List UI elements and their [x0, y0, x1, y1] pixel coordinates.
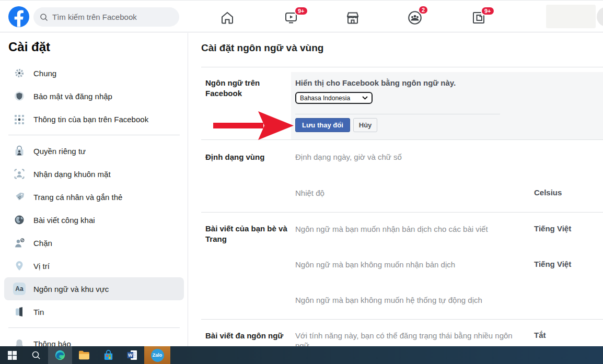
language-section-label: Ngôn ngữ trên Facebook [205, 78, 292, 99]
sidebar-item-stories[interactable]: Tin [4, 300, 184, 323]
groups-badge: 2 [418, 5, 428, 15]
home-icon [219, 10, 235, 26]
bell-icon [13, 338, 26, 346]
sidebar-item-label: Ngôn ngữ và khu vực [33, 285, 109, 293]
svg-text:W: W [128, 353, 133, 358]
account-menu-button[interactable] [597, 7, 603, 27]
search-input[interactable]: Tìm kiếm trên Facebook [33, 7, 179, 27]
setting-row[interactable]: Ngôn ngữ mà bạn muốn nhận bản dịch cho c… [295, 224, 525, 234]
taskbar-word-button[interactable]: W [120, 346, 144, 364]
grid-icon [13, 113, 26, 125]
nav-marketplace[interactable] [340, 9, 365, 26]
sidebar-item-label: Thông tin của bạn trên Facebook [33, 115, 148, 124]
sidebar-divider [8, 327, 180, 328]
face-recognition-icon [13, 168, 26, 180]
posts-section-label: Bài viết của bạn bè và Trang [205, 224, 292, 244]
location-pin-icon [13, 260, 26, 272]
cancel-button[interactable]: Hủy [353, 118, 378, 132]
chevron-down-icon [362, 96, 368, 100]
sidebar-item-your-facebook-information[interactable]: Thông tin của bạn trên Facebook [4, 108, 184, 131]
sidebar-item-label: Chặn [33, 239, 52, 248]
page-title: Cài đặt ngôn ngữ và vùng [201, 42, 323, 54]
nav-home[interactable] [215, 9, 240, 26]
taskbar-zalo-button[interactable]: Zalo [144, 346, 170, 364]
settings-content: Cài đặt ngôn ngữ và vùng Ngôn ngữ trên F… [188, 33, 603, 346]
annotation-arrow-icon [213, 110, 295, 140]
language-select-value: Bahasa Indonesia [300, 95, 350, 102]
block-user-icon [13, 237, 26, 249]
edge-browser-icon [54, 349, 66, 361]
language-panel: Hiển thị cho Facebook bằng ngôn ngữ này.… [291, 72, 603, 140]
taskbar-file-explorer-button[interactable] [72, 346, 96, 364]
taskbar-edge-button[interactable] [48, 346, 72, 364]
panel-divider [295, 114, 500, 114]
gear-icon [13, 67, 26, 79]
setting-row[interactable]: Định dạng ngày, giờ và chữ số [295, 152, 525, 162]
sidebar-item-label: Nhận dạng khuôn mặt [33, 170, 111, 179]
windows-taskbar: W Zalo [0, 346, 603, 364]
sidebar-item-blocking[interactable]: Chặn [4, 231, 184, 254]
setting-row[interactable]: Nhiệt độ [295, 188, 525, 198]
privacy-lock-icon [13, 145, 26, 157]
gaming-badge: 9+ [481, 6, 495, 16]
setting-row[interactable]: Với tính năng này, bạn có thể đăng trạng… [295, 331, 525, 346]
top-nav-bar: Tìm kiếm trên Facebook [0, 0, 603, 32]
setting-value: Tiếng Việt [534, 260, 602, 268]
sidebar-item-label: Trang cá nhân và gắn thẻ [33, 193, 122, 202]
setting-value: Celsius [534, 188, 602, 197]
sidebar-item-label: Bài viết công khai [33, 216, 95, 225]
story-icon [13, 306, 26, 318]
tag-icon [13, 191, 26, 203]
setting-row[interactable]: Ngôn ngữ mà bạn không muốn nhận bản dịch [295, 260, 525, 269]
language-aa-icon: Aa [13, 283, 26, 295]
sidebar-item-label: Quyền riêng tư [33, 147, 86, 156]
sidebar-item-location[interactable]: Vị trí [4, 254, 184, 277]
save-button[interactable]: Lưu thay đổi [295, 118, 350, 132]
windows-logo-icon [8, 351, 17, 360]
taskbar-store-button[interactable] [96, 346, 120, 364]
sidebar-item-label: Vị trí [33, 262, 50, 271]
sidebar-item-language-region[interactable]: Aa Ngôn ngữ và khu vực [4, 277, 184, 300]
taskbar-search-button[interactable] [24, 346, 48, 364]
multilingual-section-label: Bài viết đa ngôn ngữ [205, 331, 292, 341]
profile-blurred-area[interactable] [546, 5, 596, 28]
divider [201, 319, 603, 320]
divider [201, 67, 603, 67]
facebook-f-icon [8, 6, 29, 27]
sidebar-title: Cài đặt [0, 33, 188, 54]
divider [201, 212, 603, 213]
region-section-label: Định dạng vùng [205, 152, 292, 162]
shield-icon [13, 90, 26, 102]
marketplace-icon [345, 10, 361, 26]
sidebar-item-label: Chung [33, 69, 56, 78]
language-select[interactable]: Bahasa Indonesia [295, 92, 373, 104]
language-description: Hiển thị cho Facebook bằng ngôn ngữ này. [295, 78, 456, 87]
setting-row[interactable]: Ngôn ngữ mà bạn không muốn hệ thống tự đ… [295, 295, 525, 305]
globe-icon [13, 214, 26, 226]
folder-icon [78, 350, 90, 360]
facebook-logo[interactable] [8, 6, 29, 27]
sidebar-item-security[interactable]: Bảo mật và đăng nhập [4, 85, 184, 108]
search-icon [40, 13, 48, 21]
start-button[interactable] [0, 346, 24, 364]
setting-value: Tiếng Việt [534, 224, 602, 233]
sidebar-item-general[interactable]: Chung [4, 62, 184, 85]
sidebar-item-public-posts[interactable]: Bài viết công khai [4, 208, 184, 231]
sidebar-list: Chung Bảo mật và đăng nhập [0, 62, 188, 346]
settings-sidebar: Cài đặt Chung Bảo mật và đăng [0, 33, 188, 346]
sidebar-item-label: Bảo mật và đăng nhập [33, 92, 112, 101]
sidebar-item-notifications[interactable]: Thông báo [4, 332, 184, 346]
sidebar-divider [8, 135, 180, 135]
search-icon [31, 350, 41, 360]
microsoft-store-icon [103, 350, 114, 361]
search-placeholder: Tìm kiếm trên Facebook [52, 13, 137, 21]
watch-badge: 9+ [294, 6, 308, 16]
sidebar-item-label: Thông báo [33, 339, 71, 347]
setting-value: Tắt [534, 331, 602, 339]
sidebar-item-label: Tin [33, 308, 44, 316]
sidebar-item-profile-tagging[interactable]: Trang cá nhân và gắn thẻ [4, 185, 184, 208]
sidebar-item-face-recognition[interactable]: Nhận dạng khuôn mặt [4, 162, 184, 185]
zalo-icon: Zalo [151, 349, 164, 362]
word-icon: W [126, 349, 138, 361]
sidebar-item-privacy[interactable]: Quyền riêng tư [4, 139, 184, 162]
